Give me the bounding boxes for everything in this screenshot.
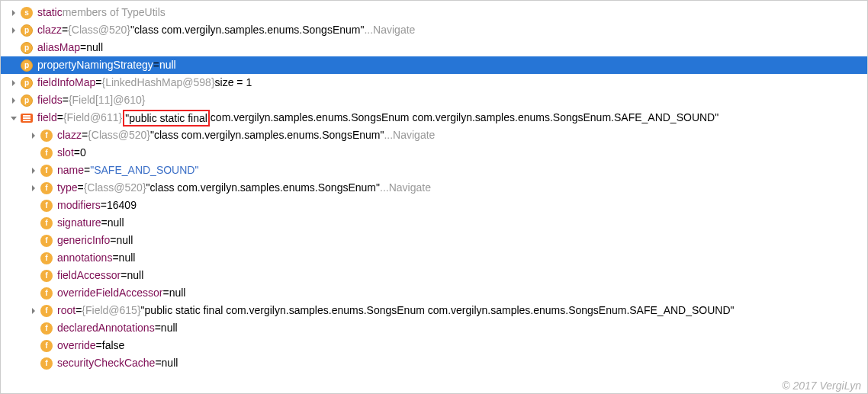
tree-row[interactable]: foverrideFieldAccessor = null (1, 284, 867, 302)
highlighted-text: "public static final (123, 110, 210, 127)
expand-arrow-icon[interactable] (28, 165, 39, 176)
property-icon: p (21, 42, 33, 54)
tree-row[interactable]: pfieldInfoMap = {LinkedHashMap@598} size… (1, 74, 867, 91)
variable-name: clazz (37, 21, 62, 39)
value-text: null (127, 267, 143, 284)
tree-row[interactable]: fgenericInfo = null (1, 232, 867, 249)
expand-arrow-icon[interactable] (28, 306, 39, 316)
tree-row[interactable]: ftype = {Class@520} "class com.vergilyn.… (1, 179, 867, 197)
variable-name: override (57, 337, 96, 354)
equals: = (82, 127, 88, 144)
value-text: null (86, 39, 103, 56)
field-icon: f (40, 287, 53, 300)
equals: = (63, 91, 69, 109)
field-icon: f (40, 182, 53, 194)
debugger-variables-tree: sstatic members of TypeUtilspclazz = {Cl… (1, 1, 867, 372)
equals: = (76, 302, 82, 319)
property-icon: p (21, 24, 33, 37)
tree-row[interactable]: fdeclaredAnnotations = null (1, 319, 867, 337)
value-text: 0 (80, 144, 86, 162)
variable-name: static (37, 4, 63, 21)
expand-arrow-icon[interactable] (28, 183, 39, 194)
expand-arrow-icon[interactable] (8, 95, 19, 106)
variable-name: slot (57, 144, 74, 162)
equals: = (84, 162, 90, 179)
value-string: "public static final com.vergilyn.sample… (141, 302, 735, 319)
variable-name: aliasMap (37, 39, 80, 56)
navigate-link[interactable]: Navigate (393, 127, 435, 144)
navigate-link[interactable]: Navigate (373, 21, 415, 39)
tree-row[interactable]: froot = {Field@615} "public static final… (1, 302, 867, 319)
tree-row[interactable]: fsecurityCheckCache = null (1, 354, 867, 372)
tree-row[interactable]: ppropertyNamingStrategy = null (1, 56, 867, 74)
equals: = (74, 144, 80, 162)
field-icon: f (40, 322, 53, 335)
variable-name: name (57, 162, 84, 179)
value-text: null (162, 354, 178, 372)
field-icon: f (40, 270, 53, 282)
field-icon: f (40, 217, 53, 229)
equals: = (101, 197, 107, 214)
value-link[interactable]: "SAFE_AND_SOUND" (90, 162, 198, 179)
value-text: false (102, 337, 125, 354)
equals: = (153, 56, 159, 74)
equals: = (96, 337, 102, 354)
property-icon: p (21, 59, 33, 72)
field-icon: f (40, 130, 53, 142)
object-id: {Class@520} (88, 127, 150, 144)
expand-arrow-icon[interactable] (8, 25, 19, 36)
navigate-link[interactable]: Navigate (389, 179, 431, 197)
variable-name: fields (37, 91, 63, 109)
equals: = (77, 179, 83, 197)
equals: = (95, 74, 101, 91)
field-icon: f (40, 340, 53, 352)
expand-arrow-icon[interactable] (8, 78, 19, 88)
tree-row[interactable]: pclazz = {Class@520} "class com.vergilyn… (1, 21, 867, 39)
value-text: null (161, 319, 178, 337)
tree-row[interactable]: ffieldAccessor = null (1, 267, 867, 284)
expand-arrow-icon[interactable] (28, 130, 39, 141)
expand-arrow-icon[interactable] (8, 8, 19, 18)
equals: = (155, 354, 161, 372)
equals: = (62, 21, 68, 39)
tree-row[interactable]: fslot = 0 (1, 144, 867, 162)
value-text: null (108, 214, 124, 232)
field-icon: f (40, 357, 53, 370)
equals: = (80, 39, 86, 56)
value-after: size = 1 (215, 74, 252, 91)
object-icon (21, 114, 33, 123)
tree-row[interactable]: fmodifiers = 16409 (1, 197, 867, 214)
tree-row[interactable]: paliasMap = null (1, 39, 867, 56)
object-id: {Field@611} (63, 109, 122, 127)
property-icon: p (21, 94, 33, 107)
tree-row[interactable]: fannotations = null (1, 249, 867, 267)
equals: = (101, 214, 108, 232)
equals: = (57, 109, 63, 127)
variable-name: type (57, 179, 77, 197)
property-icon: p (21, 77, 33, 89)
variable-name: root (57, 302, 76, 319)
value-text: 16409 (107, 197, 137, 214)
static-icon: s (21, 7, 33, 19)
tree-row[interactable]: sstatic members of TypeUtils (1, 4, 867, 21)
equals: = (121, 267, 127, 284)
tree-row[interactable]: fname = "SAFE_AND_SOUND" (1, 162, 867, 179)
watermark: © 2017 VergiLyn (782, 380, 861, 392)
tree-row[interactable]: pfields = {Field[11]@610} (1, 91, 867, 109)
variable-name: fieldInfoMap (37, 74, 95, 91)
field-icon: f (40, 305, 53, 317)
tree-row[interactable]: field = {Field@611} "public static final… (1, 109, 867, 127)
variable-desc: members of TypeUtils (63, 4, 166, 21)
field-icon: f (40, 147, 53, 159)
object-id: {Field[11]@610} (69, 91, 146, 109)
tree-row[interactable]: foverride = false (1, 337, 867, 354)
equals: = (112, 249, 118, 267)
equals: = (163, 284, 169, 302)
field-icon: f (40, 165, 53, 177)
expand-arrow-icon[interactable] (8, 113, 19, 123)
field-icon: f (40, 252, 53, 264)
tree-row[interactable]: fsignature = null (1, 214, 867, 232)
variable-name: modifiers (57, 197, 101, 214)
tree-row[interactable]: fclazz = {Class@520} "class com.vergilyn… (1, 127, 867, 144)
variable-name: genericInfo (57, 232, 110, 249)
